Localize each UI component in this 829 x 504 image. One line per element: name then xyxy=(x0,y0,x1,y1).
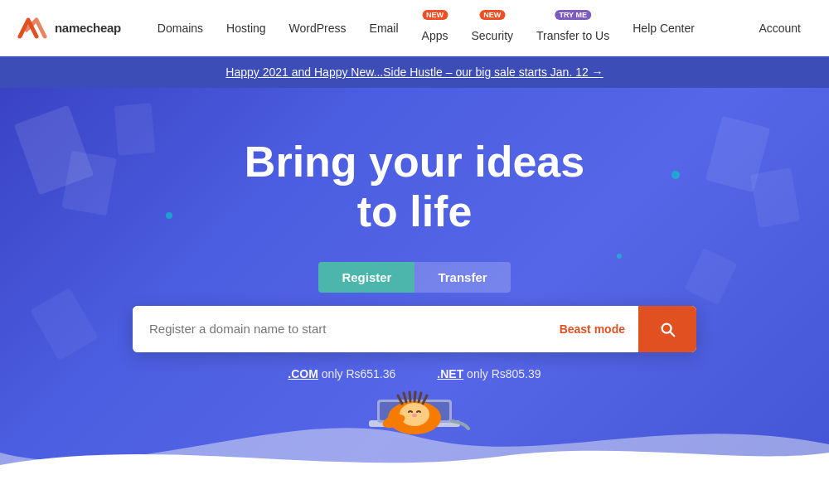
nav-item-email[interactable]: Email xyxy=(358,0,410,56)
search-bar: Beast mode xyxy=(133,306,696,352)
nav-item-account[interactable]: Account xyxy=(747,0,812,56)
search-tabs: Register Transfer xyxy=(318,262,510,293)
nav-item-hosting[interactable]: Hosting xyxy=(215,0,277,56)
svg-line-6 xyxy=(410,392,410,401)
deco-shape-5 xyxy=(750,167,801,228)
announcement-bar: Happy 2021 and Happy New...Side Hustle –… xyxy=(0,56,829,88)
tab-transfer[interactable]: Transfer xyxy=(414,262,510,293)
nav-item-help[interactable]: Help Center xyxy=(621,0,706,56)
search-icon xyxy=(658,320,676,338)
deco-shape-7 xyxy=(30,288,99,361)
hero-title: Bring your ideas to life xyxy=(245,138,584,237)
announcement-link[interactable]: Happy 2021 and Happy New...Side Hustle –… xyxy=(225,65,603,79)
deco-shape-2 xyxy=(61,151,116,216)
nav-item-security[interactable]: NEW Security xyxy=(459,0,525,56)
transfer-badge: TRY ME xyxy=(555,10,591,20)
mascot-area xyxy=(352,366,477,461)
navbar: namecheap Domains Hosting WordPress Emai… xyxy=(0,0,829,56)
svg-line-7 xyxy=(414,392,415,401)
logo-link[interactable]: namecheap xyxy=(17,17,121,40)
teal-dot-2 xyxy=(617,254,622,259)
hero-section: Bring your ideas to life Register Transf… xyxy=(0,88,829,486)
nav-item-domains[interactable]: Domains xyxy=(146,0,215,56)
tab-register[interactable]: Register xyxy=(318,262,414,293)
deco-shape-3 xyxy=(114,103,155,156)
security-badge: NEW xyxy=(479,10,505,20)
search-button[interactable] xyxy=(638,306,696,352)
hedgehog-mascot xyxy=(352,366,477,458)
apps-badge: NEW xyxy=(422,10,448,20)
namecheap-logo-icon xyxy=(17,17,48,40)
deco-shape-6 xyxy=(684,248,737,305)
pricing-com-link[interactable]: .COM xyxy=(288,367,318,380)
nav-item-apps[interactable]: NEW Apps xyxy=(410,0,460,56)
nav-item-wordpress[interactable]: WordPress xyxy=(278,0,358,56)
search-input[interactable] xyxy=(133,306,546,352)
teal-dot-3 xyxy=(671,171,680,179)
beast-mode-button[interactable]: Beast mode xyxy=(546,306,638,352)
svg-point-11 xyxy=(412,414,417,417)
nav-item-transfer[interactable]: TRY ME Transfer to Us xyxy=(525,0,621,56)
nav-links: Domains Hosting WordPress Email NEW Apps… xyxy=(146,0,812,56)
teal-dot-1 xyxy=(166,212,172,219)
logo-text: namecheap xyxy=(55,21,121,35)
